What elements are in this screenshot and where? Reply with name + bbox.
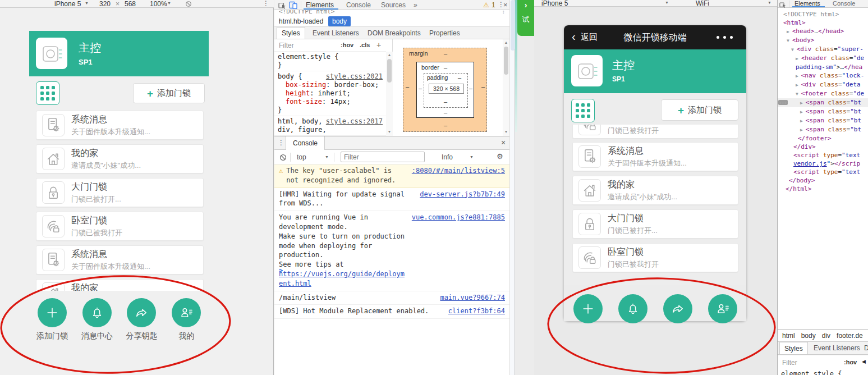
- console-filter-input[interactable]: [341, 152, 425, 162]
- more-options-icon[interactable]: [717, 36, 733, 39]
- box-model-padding[interactable]: padding – – 320 × 568: [424, 73, 468, 108]
- border-top-value[interactable]: –: [444, 64, 447, 71]
- new-rule-icon[interactable]: +: [376, 40, 381, 49]
- grid-menu-button[interactable]: [36, 81, 59, 105]
- dom-tree-node[interactable]: ▼ <body>: [778, 36, 868, 45]
- box-model-content[interactable]: 320 × 568: [429, 84, 464, 94]
- pseudo-toggle[interactable]: :hov: [844, 359, 857, 365]
- dom-tree-node[interactable]: ▶ <head>…</head>: [778, 27, 868, 36]
- padding-top-value[interactable]: –: [458, 74, 461, 81]
- grid-menu-button[interactable]: [571, 99, 595, 122]
- dom-tree-node[interactable]: ▼ <div class="super-: [778, 45, 868, 54]
- context-select[interactable]: top: [297, 153, 306, 161]
- console-source-link[interactable]: dev-server.js?b7b7:49: [420, 190, 505, 209]
- add-lock-button[interactable]: + 添加门锁: [133, 83, 205, 103]
- list-item[interactable]: 我的家邀请成员"小妹"成功...: [36, 144, 204, 173]
- dom-tree-node[interactable]: </div>: [778, 143, 868, 151]
- tab-console[interactable]: Console: [346, 1, 371, 9]
- css-source-link[interactable]: style.css:2021: [326, 72, 383, 81]
- scrollbar[interactable]: ▲ ▼: [503, 39, 509, 136]
- dom-tree-node[interactable]: ▶ <header class="de: [778, 54, 868, 63]
- console-prompt[interactable]: >: [279, 267, 283, 275]
- gear-icon[interactable]: ⚙: [497, 152, 503, 161]
- css-source-link[interactable]: style.css:2017: [326, 117, 383, 126]
- subtab-properties[interactable]: Properties: [425, 27, 465, 39]
- dom-tree-node[interactable]: ▶ <span class="bt: [778, 107, 868, 116]
- console-source-link[interactable]: vue.common.js?e881:7885: [412, 213, 505, 288]
- subtab-styles[interactable]: Styles: [277, 27, 305, 39]
- margin-right-value[interactable]: –: [481, 83, 485, 90]
- border-right-value[interactable]: –: [469, 85, 472, 92]
- chevron-down-icon[interactable]: ▼: [167, 1, 171, 5]
- crumb-item[interactable]: html: [782, 332, 795, 340]
- chevron-down-icon[interactable]: ▼: [85, 1, 89, 5]
- kebab-menu-icon[interactable]: ⋮: [278, 139, 284, 147]
- viewport-height[interactable]: 568: [125, 0, 136, 8]
- viewport-width[interactable]: 320: [99, 0, 111, 8]
- dom-tree-node[interactable]: ▶ <span class="bt: [778, 125, 868, 134]
- margin-top-value[interactable]: –: [444, 50, 447, 57]
- resource-link[interactable]: vendor.js: [793, 160, 827, 167]
- resize-icon[interactable]: ↕: [502, 10, 505, 15]
- warning-count[interactable]: 1: [492, 1, 495, 9]
- zoom-select[interactable]: 100%: [150, 0, 167, 8]
- list-item[interactable]: 大门门锁门锁已被打开...: [572, 209, 738, 239]
- css-rule[interactable]: style.css:2021body {box-sizing: border-b…: [274, 71, 386, 116]
- dom-tree-node[interactable]: ▼ <footer class="de: [778, 89, 868, 98]
- chevron-down-icon[interactable]: ▼: [470, 155, 474, 159]
- box-model-margin[interactable]: margin – – – – border – – – – padding –: [403, 48, 487, 132]
- throttle-icon[interactable]: [185, 0, 192, 10]
- dom-tree-node[interactable]: padding-sm">…</hea: [778, 63, 868, 71]
- cls-toggle[interactable]: .cls: [360, 42, 370, 48]
- styles-filter-input[interactable]: Filter: [279, 42, 294, 49]
- list-item[interactable]: 系统消息关于固件版本升级通知...: [572, 142, 738, 171]
- scrollbar[interactable]: ▲ ▼: [386, 52, 393, 136]
- css-property-name[interactable]: box-sizing: [286, 81, 326, 89]
- more-tabs-icon[interactable]: »: [414, 1, 417, 9]
- list-item[interactable]: 系统消息关于固件版本升级通知...: [36, 111, 204, 140]
- margin-bottom-value[interactable]: –: [444, 122, 447, 129]
- crumb-item[interactable]: body: [801, 332, 816, 340]
- subtab-event-listeners[interactable]: Event Listeners: [809, 342, 865, 354]
- subtab-styles[interactable]: Styles: [779, 342, 808, 354]
- dom-tree-node[interactable]: <script type="text: [778, 151, 868, 159]
- back-button[interactable]: 返回: [581, 32, 598, 43]
- list-item[interactable]: 门锁已被我打开: [572, 125, 738, 139]
- subtab-event-listeners[interactable]: Event Listeners: [308, 27, 364, 39]
- dom-tree-node[interactable]: vendor.js"></scrip: [778, 159, 868, 168]
- clear-console-icon[interactable]: [279, 153, 287, 163]
- dom-tree-node[interactable]: <html>: [778, 19, 868, 27]
- dom-tree-node[interactable]: <!DOCTYPE html>: [778, 10, 868, 19]
- dom-tree-node[interactable]: ▶ <span class="bt: [778, 116, 868, 125]
- list-item[interactable]: 我的家邀请成员"小妹"成功...: [572, 176, 738, 205]
- subtab-dom-breakpoints[interactable]: DOM Breakpoints: [363, 27, 425, 39]
- chevron-down-icon[interactable]: ▼: [325, 155, 329, 159]
- console-source-link[interactable]: client?f3bf:64: [448, 307, 505, 316]
- close-icon[interactable]: ×: [503, 1, 508, 9]
- css-rule[interactable]: element.style {}: [274, 52, 386, 71]
- pseudo-toggle[interactable]: :hov: [341, 42, 353, 48]
- border-bottom-value[interactable]: –: [444, 109, 447, 116]
- console-source-link[interactable]: :8080/#/main/listview:5: [412, 166, 505, 185]
- console-inline-link[interactable]: https://vuejs.org/guide/deployment.html: [279, 270, 405, 287]
- network-select[interactable]: WiFi: [696, 0, 709, 7]
- log-level-select[interactable]: Info: [442, 153, 453, 161]
- list-item[interactable]: 卧室门锁门锁已被我打开: [36, 212, 204, 241]
- dom-tree-node[interactable]: ▶ <nav class="lock-: [778, 71, 868, 80]
- console-source-link[interactable]: main.vue?9667:74: [440, 293, 505, 303]
- dom-tree-node[interactable]: ...▶ <span class="bt: [778, 98, 868, 107]
- margin-left-value[interactable]: –: [406, 83, 409, 90]
- page-scrollbar[interactable]: [509, 0, 515, 375]
- dom-tree-node[interactable]: </footer>: [778, 134, 868, 143]
- border-left-value[interactable]: –: [419, 85, 422, 92]
- padding-bottom-value[interactable]: –: [444, 98, 447, 105]
- back-chevron-icon[interactable]: ‹: [572, 29, 576, 44]
- chevron-down-icon[interactable]: ▼: [768, 1, 771, 4]
- crumb-body-selected[interactable]: body: [328, 16, 351, 26]
- tab-elements[interactable]: Elements: [306, 1, 334, 9]
- scrollbar-thumb[interactable]: [511, 0, 515, 51]
- warning-icon[interactable]: ⚠: [483, 1, 489, 9]
- css-rule[interactable]: style.css:2017html, body,div, figure,: [274, 116, 386, 136]
- dom-tree-node[interactable]: ▶ <div class="deta: [778, 80, 868, 89]
- tab-sources[interactable]: Sources: [381, 1, 406, 9]
